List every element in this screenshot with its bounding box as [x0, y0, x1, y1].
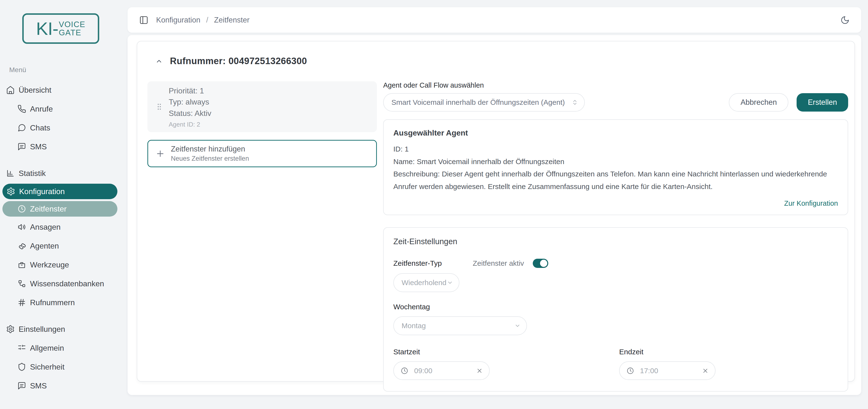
add-timewindow-button[interactable]: Zeitfenster hinzufügen Neues Zeitfenster… — [147, 140, 377, 167]
end-time-input[interactable]: 17:00 — [619, 361, 715, 380]
plus-icon — [155, 149, 165, 159]
dark-mode-toggle-button[interactable] — [839, 14, 851, 26]
sidebar-item-uebersicht[interactable]: Übersicht — [0, 81, 128, 99]
start-time-value: 09:00 — [414, 367, 476, 375]
sidebar-item-zeitfenster[interactable]: Zeitfenster — [2, 201, 117, 217]
weekday-value: Montag — [402, 322, 514, 330]
logo-voice-text: VOICE — [59, 20, 86, 29]
sidebar-toggle-button[interactable] — [138, 14, 150, 26]
agent-select-label: Agent oder Call Flow auswählen — [383, 81, 848, 89]
sidebar-item-label: SMS — [30, 142, 47, 151]
breadcrumb-zeitfenster[interactable]: Zeitfenster — [214, 16, 249, 25]
add-timewindow-title: Zeitfenster hinzufügen — [171, 145, 249, 153]
sidebar-item-label: Übersicht — [19, 86, 51, 95]
page-title: Rufnummer: 004972513266300 — [170, 56, 307, 66]
app-logo: KI- VOICE GATE — [22, 13, 99, 44]
hash-icon — [18, 298, 26, 307]
create-button[interactable]: Erstellen — [797, 93, 848, 112]
end-time-value: 17:00 — [640, 367, 702, 375]
sidebar-item-label: Wissensdatenbanken — [30, 279, 104, 288]
sidebar-item-statistik[interactable]: Statistik — [0, 164, 128, 183]
timewindow-editor-column: Agent oder Call Flow auswählen Smart Voi… — [383, 81, 848, 391]
agent-select-value: Smart Voicemail innerhalb der Öffnungsze… — [392, 98, 572, 106]
timewindow-active-label: Zeitfenster aktiv — [473, 259, 524, 268]
sidebar-item-label: SMS — [30, 381, 47, 390]
sidebar-nav: Übersicht Anrufe Chats SMS Statistik Kon — [0, 81, 128, 395]
status-value: Status: Aktiv — [169, 108, 211, 119]
sidebar-item-agenten[interactable]: Agenten — [0, 237, 128, 255]
selected-agent-name: Name: Smart Voicemail innerhalb der Öffn… — [393, 155, 838, 168]
home-icon — [6, 86, 15, 94]
clock-icon — [401, 367, 408, 375]
timewindow-type-value: Wiederholend — [402, 279, 447, 287]
sidebar-item-wissensdatenbanken[interactable]: Wissensdatenbanken — [0, 274, 128, 293]
menu-section-label: Menü — [9, 66, 128, 74]
logo-gate-text: GATE — [59, 29, 86, 37]
clear-icon[interactable] — [476, 367, 483, 374]
clock-icon — [18, 204, 26, 213]
clear-icon[interactable] — [702, 367, 709, 374]
cancel-button[interactable]: Abbrechen — [729, 93, 788, 112]
end-time-group: Endzeit 17:00 — [619, 348, 715, 380]
toggle-knob — [540, 260, 547, 267]
puzzle-icon — [18, 242, 26, 250]
agent-select-dropdown[interactable]: Smart Voicemail innerhalb der Öffnungsze… — [383, 93, 585, 112]
chevron-down-icon — [447, 280, 453, 286]
panel-left-icon — [139, 15, 148, 25]
sidebar-item-label: Allgemein — [30, 344, 64, 353]
timewindow-type-label: Zeitfenster-Typ — [393, 259, 442, 268]
chevron-up-icon — [155, 58, 163, 65]
sidebar-item-sms-einstellungen[interactable]: SMS — [0, 376, 128, 395]
sidebar-item-label: Ansagen — [30, 223, 61, 231]
zur-konfiguration-link[interactable]: Zur Konfiguration — [393, 199, 838, 208]
time-settings-card: Zeit-Einstellungen Zeitfenster-Typ Zeitf… — [383, 227, 848, 391]
sidebar-item-ansagen[interactable]: Ansagen — [0, 218, 128, 237]
nodes-icon — [18, 279, 26, 288]
sidebar-item-anrufe[interactable]: Anrufe — [0, 99, 128, 118]
breadcrumb-konfiguration[interactable]: Konfiguration — [156, 16, 200, 25]
sidebar-item-allgemein[interactable]: Allgemein — [0, 339, 128, 357]
agent-select-row: Smart Voicemail innerhalb der Öffnungsze… — [383, 93, 848, 112]
agent-id-value: Agent ID: 2 — [169, 121, 211, 128]
moon-icon — [840, 15, 849, 25]
sidebar-item-werkzeuge[interactable]: Werkzeuge — [0, 255, 128, 274]
sidebar-item-sicherheit[interactable]: Sicherheit — [0, 357, 128, 376]
times-row: Startzeit 09:00 Endzeit — [393, 348, 838, 380]
chevrons-up-down-icon — [572, 99, 578, 105]
sidebar-item-konfiguration[interactable]: Konfiguration — [2, 184, 117, 199]
start-time-input[interactable]: 09:00 — [393, 361, 490, 380]
sidebar-item-einstellungen[interactable]: Einstellungen — [0, 320, 128, 339]
sidebar-item-label: Werkzeuge — [30, 260, 69, 270]
main-area: Konfiguration / Zeitfenster Rufnummer: 0… — [128, 0, 868, 409]
weekday-label: Wochentag — [393, 303, 838, 311]
timewindow-list-column: Priorität: 1 Typ: always Status: Aktiv A… — [147, 81, 377, 391]
sliders-icon — [18, 344, 26, 352]
selected-agent-title: Ausgewählter Agent — [393, 128, 838, 137]
sidebar-item-chats[interactable]: Chats — [0, 118, 128, 137]
sidebar-item-sms[interactable]: SMS — [0, 137, 128, 156]
add-timewindow-subtitle: Neues Zeitfenster erstellen — [171, 155, 249, 162]
weekday-dropdown[interactable]: Montag — [393, 316, 527, 335]
drag-handle-icon[interactable] — [155, 103, 163, 111]
shield-icon — [18, 363, 26, 371]
breadcrumb-separator: / — [206, 16, 208, 25]
collapse-button[interactable] — [155, 58, 163, 65]
clock-icon — [626, 367, 634, 375]
sidebar-item-label: Statistik — [19, 169, 46, 178]
sidebar-item-label: Anrufe — [30, 104, 53, 114]
timewindow-type-row: Zeitfenster-Typ Zeitfenster aktiv — [393, 259, 838, 268]
selected-agent-id: ID: 1 — [393, 143, 838, 155]
sidebar-item-rufnummern[interactable]: Rufnummern — [0, 293, 128, 312]
gear-icon — [6, 187, 15, 196]
selected-agent-card: Ausgewählter Agent ID: 1 Name: Smart Voi… — [383, 119, 848, 215]
message-square-icon — [18, 142, 26, 151]
sidebar-item-label: Rufnummern — [30, 298, 75, 307]
app-root: KI- VOICE GATE Menü Übersicht Anrufe Cha… — [0, 0, 868, 409]
chat-bubble-icon — [18, 123, 26, 132]
end-time-label: Endzeit — [619, 348, 715, 356]
timewindow-type-dropdown[interactable]: Wiederholend — [393, 273, 459, 292]
timewindow-item-card[interactable]: Priorität: 1 Typ: always Status: Aktiv A… — [147, 81, 377, 132]
type-value: Typ: always — [169, 96, 211, 107]
timewindow-active-toggle[interactable] — [533, 259, 548, 268]
message-square-icon — [18, 381, 26, 390]
